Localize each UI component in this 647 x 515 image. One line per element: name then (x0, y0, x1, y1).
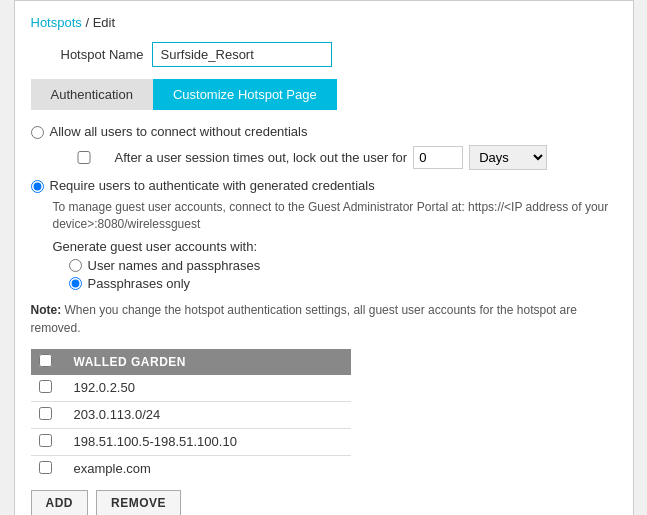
add-remove-row: ADD REMOVE (31, 490, 617, 515)
sub-option1-radio[interactable] (69, 259, 82, 272)
wg-row-value-2: 198.51.100.5-198.51.100.10 (66, 428, 351, 455)
breadcrumb-link[interactable]: Hotspots (31, 15, 82, 30)
hotspot-name-label: Hotspot Name (61, 47, 144, 62)
auth-option2-label: Require users to authenticate with gener… (50, 178, 375, 193)
wg-row-checkbox-1[interactable] (39, 407, 52, 420)
auth-option1-radio[interactable] (31, 126, 44, 139)
auth-option2-row: Require users to authenticate with gener… (31, 178, 617, 193)
table-row: example.com (31, 455, 351, 482)
wg-row-value-0: 192.0.2.50 (66, 375, 351, 402)
timeout-label: After a user session times out, lock out… (115, 150, 408, 165)
auth-option1-label: Allow all users to connect without crede… (50, 124, 308, 139)
table-row: 203.0.113.0/24 (31, 401, 351, 428)
sub-option2-row: Passphrases only (69, 276, 617, 291)
wg-row-value-1: 203.0.113.0/24 (66, 401, 351, 428)
walled-garden-header: WALLED GARDEN (66, 349, 351, 375)
sub-option1-row: User names and passphrases (69, 258, 617, 273)
generate-label: Generate guest user accounts with: (53, 239, 617, 254)
note-label: Note: (31, 303, 62, 317)
timeout-row: After a user session times out, lock out… (53, 145, 617, 170)
timeout-unit-select[interactable]: DaysHoursMinutes (469, 145, 547, 170)
tab-authentication[interactable]: Authentication (31, 79, 153, 110)
table-row: 192.0.2.50 (31, 375, 351, 402)
auth-option1-row: Allow all users to connect without crede… (31, 124, 617, 139)
sub-option2-radio[interactable] (69, 277, 82, 290)
auth-option2-radio[interactable] (31, 180, 44, 193)
tabs: Authentication Customize Hotspot Page (31, 79, 617, 110)
wg-row-checkbox-0[interactable] (39, 380, 52, 393)
timeout-checkbox[interactable] (59, 151, 109, 164)
tab-customize[interactable]: Customize Hotspot Page (153, 79, 337, 110)
breadcrumb-separator: / (85, 15, 92, 30)
timeout-value-input[interactable] (413, 146, 463, 169)
add-button[interactable]: ADD (31, 490, 89, 515)
breadcrumb-current: Edit (93, 15, 115, 30)
auth-info-text: To manage guest user accounts, connect t… (53, 199, 617, 233)
sub-option2-label: Passphrases only (88, 276, 191, 291)
wg-row-checkbox-3[interactable] (39, 461, 52, 474)
page-container: Hotspots / Edit Hotspot Name Authenticat… (14, 0, 634, 515)
sub-option1-label: User names and passphrases (88, 258, 261, 273)
hotspot-name-input[interactable] (152, 42, 332, 67)
remove-button[interactable]: REMOVE (96, 490, 181, 515)
note-section: Note: When you change the hotspot authen… (31, 301, 617, 337)
hotspot-name-row: Hotspot Name (61, 42, 617, 67)
auth-section: Allow all users to connect without crede… (31, 124, 617, 291)
walled-garden-table: WALLED GARDEN 192.0.2.50 203.0.113.0/24 … (31, 349, 351, 482)
walled-garden-select-all[interactable] (39, 354, 52, 367)
table-row: 198.51.100.5-198.51.100.10 (31, 428, 351, 455)
wg-row-value-3: example.com (66, 455, 351, 482)
note-text: When you change the hotspot authenticati… (31, 303, 577, 335)
wg-row-checkbox-2[interactable] (39, 434, 52, 447)
breadcrumb: Hotspots / Edit (31, 15, 617, 30)
